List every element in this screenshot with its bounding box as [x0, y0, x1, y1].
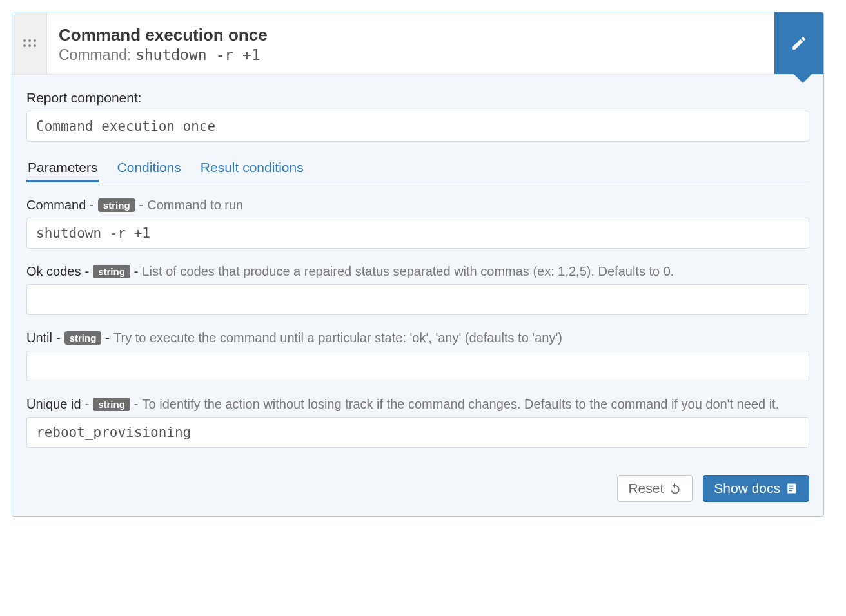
- param-until-name: Until: [26, 331, 52, 345]
- param-ok-codes-desc: List of codes that produce a repaired st…: [143, 264, 674, 279]
- header-sub-label: Command:: [59, 46, 135, 63]
- edit-button[interactable]: [774, 12, 823, 74]
- pencil-icon: [791, 35, 807, 52]
- header-text: Command execution once Command: shutdown…: [47, 12, 774, 74]
- header-sub-value: shutdown -r +1: [135, 46, 261, 63]
- unique-id-input[interactable]: [26, 417, 809, 448]
- command-input[interactable]: [26, 218, 809, 249]
- param-ok-codes-name: Ok codes: [26, 264, 81, 279]
- param-command-head: Command - string - Command to run: [26, 198, 809, 213]
- tab-result-conditions[interactable]: Result conditions: [199, 156, 305, 182]
- until-input[interactable]: [26, 351, 809, 381]
- card-header: Command execution once Command: shutdown…: [12, 12, 823, 75]
- footer: Reset Show docs: [26, 475, 809, 502]
- reset-label: Reset: [628, 481, 664, 496]
- drag-handle[interactable]: [12, 12, 47, 74]
- param-command: Command - string - Command to run: [26, 198, 809, 249]
- reset-button[interactable]: Reset: [617, 475, 693, 502]
- type-badge: string: [93, 398, 130, 411]
- param-until: Until - string - Try to execute the comm…: [26, 331, 809, 381]
- param-unique-id-head: Unique id - string - To identify the act…: [26, 397, 809, 412]
- type-badge: string: [64, 331, 102, 345]
- show-docs-label: Show docs: [714, 481, 780, 496]
- undo-icon: [669, 482, 682, 495]
- param-unique-id: Unique id - string - To identify the act…: [26, 397, 809, 448]
- param-until-head: Until - string - Try to execute the comm…: [26, 331, 809, 345]
- param-command-name: Command: [26, 198, 86, 213]
- param-ok-codes: Ok codes - string - List of codes that p…: [26, 264, 809, 315]
- show-docs-button[interactable]: Show docs: [703, 475, 809, 502]
- type-badge: string: [93, 265, 130, 278]
- param-unique-id-desc: To identify the action without losing tr…: [143, 397, 780, 412]
- tab-conditions[interactable]: Conditions: [116, 156, 182, 182]
- tabs: Parameters Conditions Result conditions: [26, 156, 809, 182]
- book-icon: [785, 482, 798, 495]
- report-label: Report component:: [26, 90, 809, 106]
- param-ok-codes-head: Ok codes - string - List of codes that p…: [26, 264, 809, 279]
- param-until-desc: Try to execute the command until a parti…: [113, 331, 562, 345]
- tab-parameters[interactable]: Parameters: [26, 156, 99, 182]
- param-command-desc: Command to run: [147, 198, 243, 213]
- card-body: Report component: Parameters Conditions …: [12, 75, 823, 516]
- type-badge: string: [98, 198, 135, 212]
- ok-codes-input[interactable]: [26, 284, 809, 315]
- param-unique-id-name: Unique id: [26, 397, 81, 412]
- command-card: Command execution once Command: shutdown…: [12, 12, 824, 517]
- drag-icon: [23, 39, 36, 47]
- header-title: Command execution once: [59, 25, 763, 45]
- report-input[interactable]: [26, 111, 809, 142]
- header-subtitle: Command: shutdown -r +1: [59, 46, 763, 64]
